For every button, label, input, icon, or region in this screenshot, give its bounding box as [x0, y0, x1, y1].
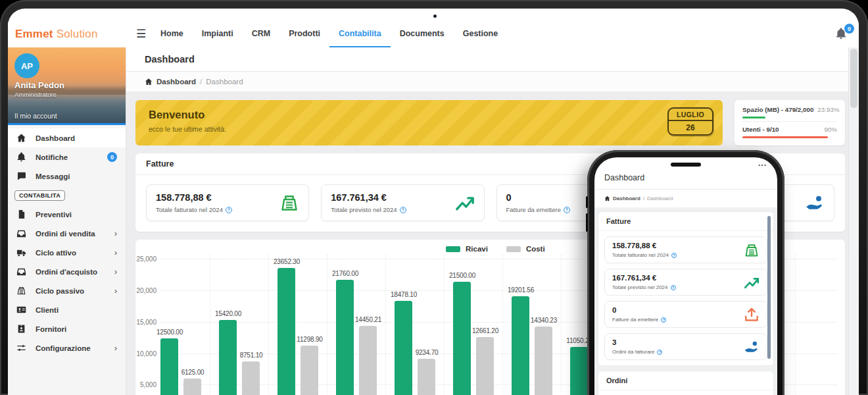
sidebar-item-ordini-di-vendita[interactable]: Ordini di vendita›	[8, 224, 126, 243]
sidebar-item-label: Fornitori	[36, 325, 66, 333]
welcome-subtitle: ecco le tue ultime attività.	[149, 125, 710, 133]
stat-card-value: 167.761,34 €	[331, 192, 406, 203]
nav-item-crm[interactable]: CRM	[243, 22, 279, 47]
hamburger-menu-icon[interactable]: ☰	[136, 26, 148, 42]
bar-costi[interactable]	[183, 379, 201, 395]
stat-card[interactable]: 158.778,88 €Totale fatturato nel 2024?	[146, 184, 309, 221]
phone-screen: ... Dashboard Dashboard / Dashboard Fatt…	[594, 157, 777, 395]
sidebar-item-messaggi[interactable]: Messaggi	[8, 167, 126, 186]
nav-item-prodotti[interactable]: Prodotti	[279, 22, 329, 47]
bar-costi[interactable]	[418, 359, 435, 395]
scrollbar-thumb[interactable]	[850, 49, 857, 108]
calendar-day: 26	[669, 121, 712, 134]
stat-card-label: Totale fatturato nel 2024?	[612, 252, 677, 258]
bar-costi[interactable]	[535, 327, 552, 395]
bar-ricavi[interactable]	[277, 268, 295, 395]
sidebar-item-label: Ordini di vendita	[36, 230, 95, 238]
hand-coin-icon	[805, 193, 825, 213]
bar-value-label: 8751.10	[230, 352, 272, 359]
notifications-bell[interactable]: 0	[835, 28, 848, 41]
sidebar-item-ciclo-passivo[interactable]: Ciclo passivo›	[8, 281, 126, 300]
sidebar-item-label: Configurazione	[36, 344, 91, 352]
phone-breadcrumb: Dashboard / Dashboard	[594, 190, 777, 208]
sidebar-item-notifiche[interactable]: Notifiche0	[8, 147, 126, 167]
phone-speaker	[671, 163, 701, 167]
stat-card-label: Totale previsto nel 2024?	[331, 206, 406, 213]
stat-card[interactable]: 3Ordini da fatturare?	[604, 333, 767, 360]
breadcrumb-current: Dashboard	[206, 78, 243, 86]
profile-panel: AP Anita Pedon Amministratore Il mio acc…	[8, 47, 126, 125]
bar-ricavi[interactable]	[512, 296, 529, 395]
nav-item-documents[interactable]: Documents	[391, 22, 454, 47]
nav-item-contabilita[interactable]: Contabilita	[329, 22, 391, 47]
phone-breadcrumb-root[interactable]: Dashboard	[613, 196, 640, 201]
nav-item-gestione[interactable]: Gestione	[454, 22, 508, 47]
info-icon[interactable]: ?	[400, 207, 406, 213]
bar-value-label: 15420.00	[207, 310, 249, 317]
phone-breadcrumb-current: Dashboard	[647, 196, 673, 201]
legend-item-costi[interactable]: Costi	[506, 245, 545, 253]
sidebar-menu: DashboardNotifiche0MessaggiCONTABILITAPr…	[8, 125, 126, 357]
phone-scrollbar[interactable]	[767, 216, 771, 359]
info-icon[interactable]: ?	[661, 317, 666, 323]
sidebar-item-preventivi[interactable]: Preventivi	[8, 205, 126, 224]
chart-gridline-vertical	[502, 255, 503, 395]
stat-card[interactable]: 0Fatture da emettere?	[604, 301, 767, 328]
info-icon[interactable]: ?	[671, 285, 676, 290]
welcome-title: Benvenuto	[149, 109, 710, 121]
phone-button	[586, 196, 588, 208]
sidebar-item-ordini-d-acquisto[interactable]: Ordini d'acquisto›	[8, 262, 126, 281]
phone-panel-title: Ordini	[598, 371, 773, 390]
sidebar-item-ciclo-attivo[interactable]: Ciclo attivo›	[8, 243, 126, 262]
sidebar-item-label: Messaggi	[36, 172, 70, 180]
sidebar-item-label: Ciclo attivo	[36, 249, 76, 257]
bar-value-label: 12500.00	[149, 329, 191, 336]
top-navbar: Emmet Solution ☰ HomeImpiantiCRMProdotti…	[8, 22, 859, 48]
sidebar-item-fornitori[interactable]: Fornitori	[8, 319, 126, 338]
bar-costi[interactable]	[359, 326, 377, 395]
calendar-widget: LUGLIO 26	[667, 107, 713, 136]
bar-ricavi[interactable]	[336, 280, 354, 395]
bar-ricavi[interactable]	[453, 282, 471, 395]
bar-ricavi[interactable]	[160, 338, 178, 395]
bar-costi[interactable]	[242, 361, 260, 395]
inbox-icon	[16, 267, 26, 276]
bar-ricavi[interactable]	[395, 301, 412, 395]
stat-card[interactable]: 167.761,34 €Totale previsto nel 2024?	[321, 184, 484, 221]
bell-icon	[16, 152, 26, 162]
stat-card-label-text: Fatture da emettere	[612, 317, 658, 323]
legend-item-ricavi[interactable]: Ricavi	[446, 245, 488, 253]
bar-value-label: 14340.23	[523, 317, 565, 324]
nav-items: HomeImpiantiCRMProdottiContabilitaDocume…	[151, 22, 507, 47]
nav-item-impianti[interactable]: Impianti	[193, 22, 243, 47]
avatar[interactable]: AP	[14, 53, 39, 78]
info-icon[interactable]: ?	[671, 253, 677, 258]
bar-value-label: 12661.20	[464, 327, 506, 334]
sliders-icon	[16, 343, 26, 353]
bar-costi[interactable]	[301, 346, 318, 395]
sidebar-item-clienti[interactable]: Clienti	[8, 300, 126, 319]
bar-value-label: 19201.56	[500, 286, 542, 294]
my-account-link[interactable]: Il mio account	[14, 112, 57, 120]
y-axis-tick-label: 15,000	[134, 319, 157, 326]
info-icon[interactable]: ?	[226, 207, 232, 213]
cash-register-icon	[279, 193, 299, 213]
bar-costi[interactable]	[476, 337, 494, 395]
info-icon[interactable]: ?	[657, 350, 662, 355]
sidebar-item-configurazione[interactable]: Configurazione›	[8, 338, 126, 357]
nav-item-home[interactable]: Home	[151, 22, 193, 47]
inbox-icon	[16, 228, 26, 238]
hand-coin-icon	[744, 339, 760, 355]
cash-register-icon	[744, 242, 760, 258]
phone-menu-dots[interactable]: ...	[758, 159, 767, 168]
chevron-right-icon: ›	[114, 343, 117, 353]
stat-card[interactable]: 167.761,34 €Totale previsto nel 2024?	[604, 269, 767, 296]
app-logo[interactable]: Emmet Solution	[15, 28, 98, 41]
info-icon[interactable]: ?	[564, 207, 570, 213]
bar-ricavi[interactable]	[570, 347, 588, 395]
usage-label: Spazio (MB) - 479/2,000	[742, 106, 813, 113]
sidebar-item-label: Ordini d'acquisto	[36, 268, 97, 276]
breadcrumb-root[interactable]: Dashboard	[157, 78, 196, 86]
stat-card[interactable]: 158.778,88 €Totale fatturato nel 2024?	[604, 236, 767, 263]
sidebar-item-dashboard[interactable]: Dashboard	[8, 128, 126, 147]
